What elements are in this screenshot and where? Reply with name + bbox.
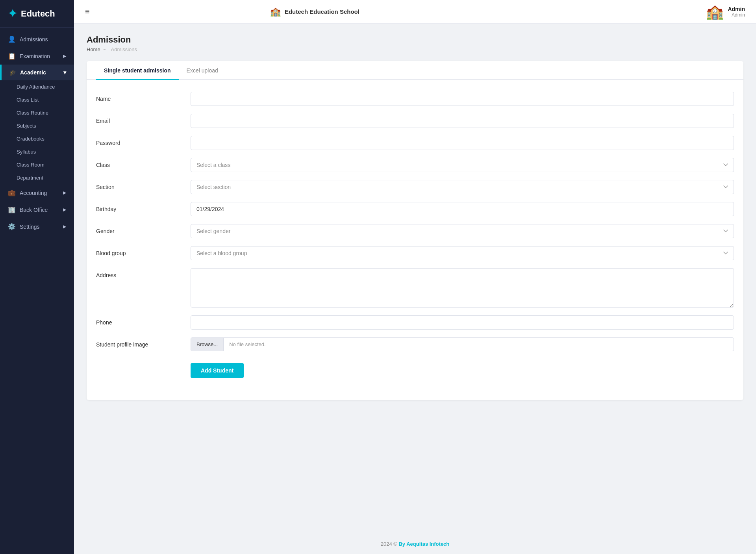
breadcrumb-separator: ~ (103, 46, 106, 52)
form-row-phone: Phone (96, 315, 734, 330)
form-row-blood-group: Blood group Select a blood group (96, 246, 734, 260)
sidebar-item-settings[interactable]: ⚙️ Settings ▶ (0, 218, 74, 235)
tabs: Single student admission Excel upload (87, 61, 743, 80)
password-label: Password (96, 136, 183, 146)
school-name: Edutech Education School (285, 8, 359, 15)
blood-group-select[interactable]: Select a blood group (191, 246, 734, 260)
phone-input[interactable] (191, 315, 734, 330)
email-label: Email (96, 114, 183, 124)
sidebar-item-settings-label: Settings (20, 224, 40, 230)
breadcrumb-current: Admissions (111, 46, 137, 52)
sidebar-item-gradebooks[interactable]: Gradebooks (0, 132, 74, 145)
form-row-password: Password (96, 136, 734, 150)
address-label: Address (96, 268, 183, 278)
sidebar-item-daily-attendance[interactable]: Daily Attendance (0, 80, 74, 93)
academic-arrow-icon: ▾ (63, 69, 66, 76)
logo-text: Edutech (21, 9, 55, 19)
password-input[interactable] (191, 136, 734, 150)
add-student-button[interactable]: Add Student (191, 363, 244, 378)
submit-spacer (96, 359, 183, 363)
academic-icon: 🎓 (9, 69, 16, 76)
sidebar-item-department[interactable]: Department (0, 171, 74, 184)
sidebar-item-accounting[interactable]: 💼 Accounting ▶ (0, 184, 74, 201)
user-role: Admin (732, 12, 745, 18)
file-name-display: No file selected. (224, 338, 734, 351)
form-row-class: Class Select a class (96, 158, 734, 172)
academic-sub-menu: Daily Attendance Class List Class Routin… (0, 80, 74, 184)
class-room-label: Class Room (17, 162, 44, 168)
accounting-icon: 💼 (8, 189, 16, 196)
accounting-arrow-icon: ▶ (63, 190, 66, 195)
sidebar-item-class-list[interactable]: Class List (0, 93, 74, 106)
phone-label: Phone (96, 315, 183, 326)
address-textarea[interactable] (191, 268, 734, 308)
profile-image-label: Student profile image (96, 337, 183, 348)
sidebar-nav: 👤 Admissions 📋 Examination ▶ 🎓 Academic … (0, 28, 74, 554)
sidebar-item-syllabus[interactable]: Syllabus (0, 145, 74, 158)
syllabus-label: Syllabus (17, 149, 36, 155)
topbar-user[interactable]: 🏫 Admin Admin (706, 4, 745, 20)
sidebar-logo[interactable]: ✦ Edutech (0, 0, 74, 28)
gradebooks-label: Gradebooks (17, 136, 44, 142)
section-label: Section (96, 180, 183, 190)
daily-attendance-label: Daily Attendance (17, 84, 55, 90)
examination-arrow-icon: ▶ (63, 54, 66, 59)
form-row-email: Email (96, 114, 734, 128)
sidebar-item-class-routine[interactable]: Class Routine (0, 106, 74, 119)
examination-icon: 📋 (8, 52, 16, 60)
sidebar-item-examination-label: Examination (20, 53, 50, 59)
gender-label: Gender (96, 224, 183, 234)
form-row-name: Name (96, 92, 734, 106)
breadcrumb-home[interactable]: Home (87, 46, 100, 52)
footer-year: 2024 (381, 541, 392, 547)
settings-icon: ⚙️ (8, 223, 16, 230)
back-office-arrow-icon: ▶ (63, 207, 66, 212)
breadcrumb: Home ~ Admissions (87, 46, 743, 52)
tab-excel-upload[interactable]: Excel upload (179, 61, 226, 80)
section-select[interactable]: Select section (191, 180, 734, 194)
tab-single-admission[interactable]: Single student admission (96, 61, 179, 80)
sidebar-item-admissions[interactable]: 👤 Admissions (0, 31, 74, 48)
hamburger-icon[interactable]: ≡ (85, 7, 90, 16)
sidebar: ✦ Edutech 👤 Admissions 📋 Examination ▶ 🎓… (0, 0, 74, 554)
footer: 2024 © By Aequitas Infotech (74, 534, 756, 554)
gender-select[interactable]: Select gender (191, 224, 734, 238)
user-info: Admin Admin (728, 6, 745, 18)
footer-link[interactable]: By Aequitas Infotech (398, 541, 449, 547)
file-input-wrapper: Browse... No file selected. (191, 337, 734, 351)
main-wrapper: ≡ 🏫 Edutech Education School 🏫 Admin Adm… (74, 0, 756, 554)
logo-icon: ✦ (8, 7, 17, 20)
sidebar-item-back-office[interactable]: 🏢 Back Office ▶ (0, 201, 74, 218)
form-row-gender: Gender Select gender (96, 224, 734, 238)
form-row-profile-image: Student profile image Browse... No file … (96, 337, 734, 351)
form-row-address: Address (96, 268, 734, 308)
sidebar-item-class-room[interactable]: Class Room (0, 158, 74, 171)
admission-form: Name Email Password Class Select (87, 80, 743, 400)
sidebar-item-examination[interactable]: 📋 Examination ▶ (0, 48, 74, 65)
admission-card: Single student admission Excel upload Na… (87, 61, 743, 400)
sidebar-item-academic[interactable]: 🎓 Academic ▾ (0, 65, 74, 80)
name-label: Name (96, 92, 183, 102)
form-row-birthday: Birthday (96, 202, 734, 216)
sidebar-item-back-office-label: Back Office (20, 207, 48, 213)
class-label: Class (96, 158, 183, 168)
sidebar-item-academic-label: Academic (20, 69, 46, 76)
blood-group-label: Blood group (96, 246, 183, 256)
email-input[interactable] (191, 114, 734, 128)
page-content: Admission Home ~ Admissions Single stude… (74, 24, 756, 534)
birthday-label: Birthday (96, 202, 183, 212)
back-office-icon: 🏢 (8, 206, 16, 213)
sidebar-item-admissions-label: Admissions (20, 36, 48, 43)
sidebar-item-subjects[interactable]: Subjects (0, 119, 74, 132)
user-name: Admin (728, 6, 745, 12)
name-input[interactable] (191, 92, 734, 106)
birthday-input[interactable] (191, 202, 734, 216)
subjects-label: Subjects (17, 123, 36, 129)
topbar: ≡ 🏫 Edutech Education School 🏫 Admin Adm… (74, 0, 756, 24)
user-avatar-icon: 🏫 (706, 4, 724, 20)
department-label: Department (17, 175, 43, 181)
browse-button[interactable]: Browse... (191, 338, 224, 351)
class-select[interactable]: Select a class (191, 158, 734, 172)
settings-arrow-icon: ▶ (63, 224, 66, 229)
form-submit-row: Add Student (96, 359, 734, 378)
